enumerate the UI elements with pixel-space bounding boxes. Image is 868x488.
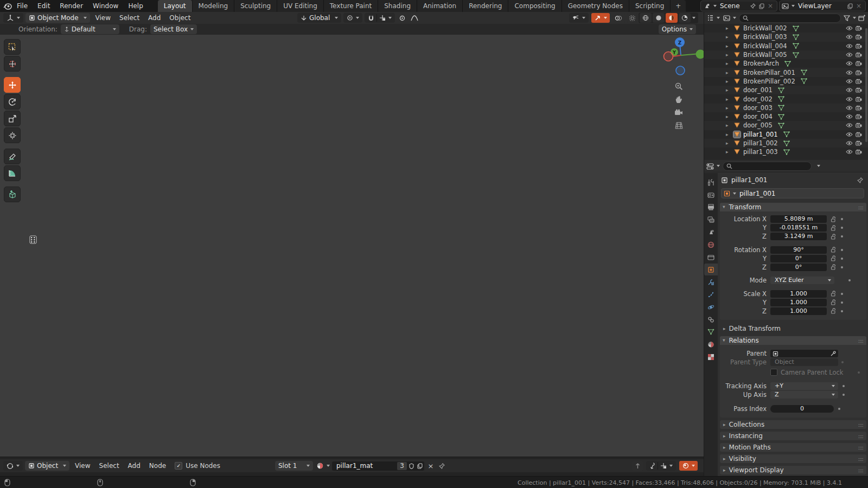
expand-arrow-icon[interactable]: ▸: [726, 61, 733, 66]
model-doorwall[interactable]: [30, 188, 239, 444]
camera-view-icon[interactable]: [673, 106, 685, 118]
hide-viewport-icon[interactable]: [846, 61, 853, 66]
lock-icon[interactable]: [829, 299, 838, 305]
camera-parent-lock-checkbox[interactable]: [770, 369, 777, 376]
outliner-item[interactable]: ▸ pillar1_003: [704, 147, 868, 156]
tab-constraints-icon[interactable]: [704, 313, 718, 325]
tab-material-icon[interactable]: [704, 338, 718, 350]
disable-render-icon[interactable]: [856, 70, 862, 75]
tab-render-icon[interactable]: [704, 189, 718, 201]
animate-dot[interactable]: [841, 266, 843, 268]
outliner-scrollbar[interactable]: [865, 28, 867, 142]
shader-menu-item[interactable]: Node: [145, 460, 170, 472]
parent-node-icon[interactable]: [632, 461, 643, 471]
pass-index-field[interactable]: 0: [770, 405, 834, 413]
shading-solid-button[interactable]: [653, 13, 665, 23]
add-workspace-button[interactable]: +: [671, 0, 686, 12]
zoom-view-icon[interactable]: [673, 80, 685, 92]
pin-id-icon[interactable]: [857, 177, 863, 183]
object-name[interactable]: BrickWall_004: [743, 42, 787, 50]
scale-tool[interactable]: [4, 111, 21, 126]
model-rubble-blocks[interactable]: [432, 282, 535, 328]
hide-viewport-icon[interactable]: [846, 25, 853, 31]
outliner-item[interactable]: ▸ BrickWall_005: [704, 50, 868, 59]
lock-icon[interactable]: [829, 291, 838, 297]
tab-output-icon[interactable]: [704, 201, 718, 213]
disable-render-icon[interactable]: [856, 52, 862, 57]
copy-material-icon[interactable]: [416, 461, 424, 470]
editor-type-button[interactable]: [3, 13, 23, 23]
collapsed-panel-header[interactable]: ▸ Motion Paths ::::: [720, 443, 866, 452]
object-name[interactable]: door_005: [743, 121, 773, 129]
scene-browse-icon[interactable]: [703, 3, 711, 9]
expand-arrow-icon[interactable]: ▸: [726, 123, 733, 128]
workspace-tab[interactable]: Sculpting: [234, 0, 277, 12]
rotate-tool[interactable]: [4, 94, 21, 110]
expand-arrow-icon[interactable]: ▸: [726, 97, 733, 102]
disable-render-icon[interactable]: [856, 140, 862, 146]
hide-viewport-icon[interactable]: [846, 70, 853, 75]
menu-item[interactable]: Help: [123, 0, 148, 12]
hide-viewport-icon[interactable]: [846, 79, 853, 84]
shader-menu-item[interactable]: View: [71, 460, 94, 472]
object-name[interactable]: BrokenArch: [743, 60, 779, 67]
nav-gizmo[interactable]: Z Y: [654, 35, 704, 85]
viewlayer-selector[interactable]: ViewLayer ×: [779, 1, 866, 11]
properties-search-input[interactable]: [723, 162, 812, 171]
hide-viewport-icon[interactable]: [846, 149, 853, 155]
outliner-item[interactable]: ▸ door_004: [704, 112, 868, 121]
viewport-menu-item[interactable]: Select: [115, 12, 144, 24]
transform-value-field[interactable]: 1.000: [770, 307, 827, 315]
tab-scene-icon[interactable]: [704, 226, 718, 238]
pin-icon[interactable]: [749, 2, 757, 10]
hide-viewport-icon[interactable]: [846, 52, 853, 57]
transform-value-field[interactable]: 90°: [770, 246, 827, 254]
viewport-3d[interactable]: [0, 35, 704, 457]
model-arch[interactable]: [296, 195, 413, 378]
menu-item[interactable]: Window: [88, 0, 123, 12]
use-nodes-toggle[interactable]: ✓ Use Nodes: [175, 462, 220, 470]
animate-dot[interactable]: [848, 279, 851, 281]
magnet-icon[interactable]: [368, 15, 374, 21]
properties-editor-type[interactable]: [706, 163, 720, 170]
transform-value-field[interactable]: 5.8089 m: [770, 215, 827, 223]
breadcrumb-object-name[interactable]: pillar1_001: [731, 176, 767, 184]
viewport-menu-item[interactable]: Add: [144, 12, 165, 24]
properties-options-chevron[interactable]: [817, 165, 820, 167]
object-name-value[interactable]: pillar1_001: [739, 190, 775, 197]
disable-render-icon[interactable]: [856, 79, 862, 84]
transform-value-field[interactable]: 0°: [770, 264, 827, 271]
viewport-menu-item[interactable]: Object: [165, 12, 195, 24]
cursor-tool[interactable]: [4, 56, 21, 72]
tab-collection-icon[interactable]: [704, 251, 718, 263]
add-cube-tool[interactable]: [4, 187, 21, 202]
material-name-field[interactable]: pillar1_mat 3: [332, 461, 424, 471]
move-tool[interactable]: [4, 77, 21, 93]
select-box-tool[interactable]: [4, 39, 21, 55]
lock-icon[interactable]: [829, 247, 838, 253]
outliner-item[interactable]: ▸ BrokenPillar_002: [704, 77, 868, 86]
transform-tool[interactable]: [4, 127, 21, 143]
object-name[interactable]: door_001: [743, 86, 773, 94]
tab-viewlayer-icon[interactable]: [704, 214, 718, 226]
remove-viewlayer-icon[interactable]: ×: [854, 2, 863, 10]
perspective-toggle-icon[interactable]: [673, 119, 685, 131]
collapsed-panel-header[interactable]: ▸ Visibility ::::: [720, 454, 866, 463]
pan-view-icon[interactable]: [673, 93, 685, 105]
menu-item[interactable]: Render: [55, 0, 88, 12]
disable-render-icon[interactable]: [856, 149, 862, 155]
scene-name[interactable]: Scene: [717, 2, 743, 10]
workspace-tab[interactable]: Modeling: [193, 0, 235, 12]
outliner-item[interactable]: ▸ pillar1_001: [704, 130, 868, 139]
lock-icon[interactable]: [829, 308, 838, 314]
new-scene-icon[interactable]: [757, 2, 766, 10]
animate-dot[interactable]: [841, 301, 843, 304]
workspace-tab[interactable]: Compositing: [508, 0, 561, 12]
object-name[interactable]: pillar1_002: [743, 139, 778, 147]
expand-arrow-icon[interactable]: ▸: [726, 149, 733, 155]
object-name[interactable]: BrokenPillar_002: [743, 78, 795, 85]
new-collection-button[interactable]: [858, 15, 865, 21]
shader-menu-item[interactable]: Add: [124, 460, 145, 472]
object-name[interactable]: door_003: [743, 104, 773, 112]
outliner-item[interactable]: ▸ door_003: [704, 104, 868, 112]
